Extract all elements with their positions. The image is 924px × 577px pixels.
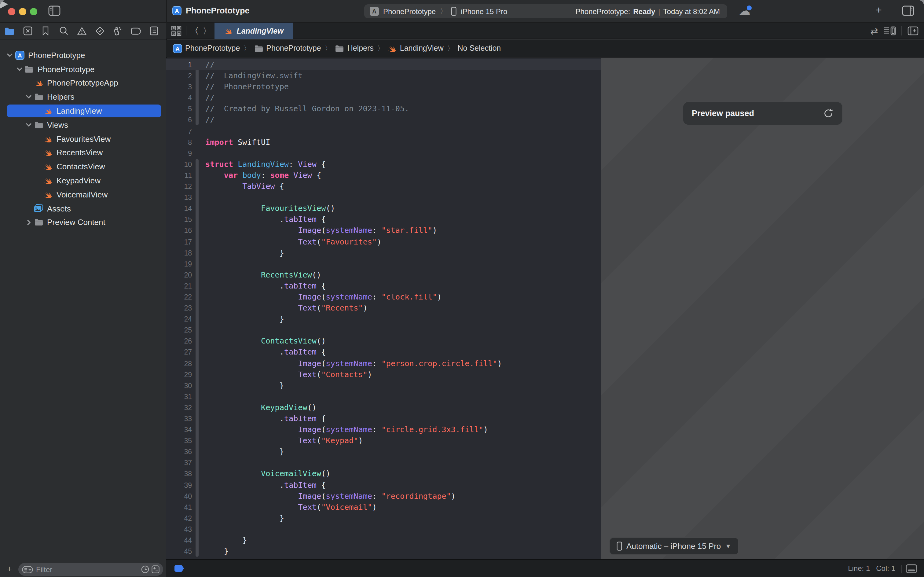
code-line-7[interactable]: 7 [166, 126, 601, 137]
go-back-icon[interactable]: 〈 [191, 25, 199, 36]
tab-landingview[interactable]: LandingView [214, 23, 293, 39]
code-line-36[interactable]: 36 } [166, 446, 601, 458]
add-button[interactable]: + [876, 4, 882, 16]
breadcrumb-no-selection[interactable]: No Selection [458, 44, 501, 53]
sidebar-item-phoneprototype[interactable]: PhonePrototype [0, 62, 166, 76]
go-forward-icon[interactable]: 〉 [203, 25, 211, 36]
code-line-4[interactable]: 4// [166, 93, 601, 103]
source-editor[interactable]: 1//2// LandingView.swift3// PhonePrototy… [166, 58, 601, 559]
disclosure-right-icon[interactable] [25, 219, 32, 226]
code-line-39[interactable]: 39 .tabItem { [166, 480, 601, 490]
disclosure-down-icon[interactable] [25, 123, 32, 127]
close-window-button[interactable] [8, 8, 15, 15]
code-line-19[interactable]: 19 [166, 258, 601, 269]
breadcrumb-phoneprototype[interactable]: PhonePrototype [254, 44, 321, 53]
code-line-37[interactable]: 37 [166, 458, 601, 469]
filter-options-icon[interactable] [22, 566, 33, 573]
code-line-21[interactable]: 21 .tabItem { [166, 280, 601, 292]
folder-icon[interactable] [4, 25, 16, 37]
add-editor-icon[interactable] [908, 26, 919, 35]
code-line-25[interactable]: 25 [166, 325, 601, 336]
source-control-filter-icon[interactable] [151, 566, 159, 573]
code-line-40[interactable]: 40 Image(systemName: "recordingtape") [166, 490, 601, 501]
code-line-22[interactable]: 22 Image(systemName: "clock.fill") [166, 292, 601, 303]
code-line-18[interactable]: 18 } [166, 247, 601, 258]
doc-list-icon[interactable] [148, 25, 160, 37]
code-line-13[interactable]: 13 [166, 192, 601, 203]
code-line-27[interactable]: 27 .tabItem { [166, 347, 601, 358]
swap-editor-icon[interactable]: ⇄ [871, 25, 878, 36]
refresh-preview-icon[interactable] [823, 108, 834, 119]
search-icon[interactable] [58, 25, 70, 37]
code-line-41[interactable]: 41 Text("Voicemail") [166, 502, 601, 513]
code-line-44[interactable]: 44 } [166, 535, 601, 546]
code-line-31[interactable]: 31 [166, 391, 601, 402]
scheme-device-label[interactable]: iPhone 15 Pro [461, 7, 507, 16]
code-line-23[interactable]: 23 Text("Recents") [166, 303, 601, 314]
run-button[interactable] [0, 0, 8, 8]
inspector-toggle-icon[interactable] [902, 5, 914, 16]
tag-icon[interactable] [130, 25, 142, 37]
sidebar-item-assets[interactable]: Assets [0, 202, 166, 216]
code-line-43[interactable]: 43 [166, 524, 601, 535]
code-line-15[interactable]: 15 .tabItem { [166, 214, 601, 225]
code-line-1[interactable]: 1// [166, 59, 601, 70]
code-line-5[interactable]: 5// Created by Russell Gordon on 2023-11… [166, 103, 601, 114]
add-file-button[interactable]: + [7, 564, 12, 574]
x-square-icon[interactable] [22, 25, 34, 37]
warning-icon[interactable] [76, 25, 88, 37]
sidebar-item-landingview[interactable]: LandingView [0, 104, 166, 118]
code-line-28[interactable]: 28 Image(systemName: "person.crop.circle… [166, 358, 601, 369]
related-items-icon[interactable] [171, 26, 182, 36]
sidebar-item-keypadview[interactable]: KeypadView [0, 174, 166, 188]
sidebar-item-views[interactable]: Views [0, 118, 166, 132]
spray-icon[interactable] [112, 25, 124, 37]
editor-options-icon[interactable] [884, 26, 896, 35]
activity-status[interactable]: PhonePrototype: Ready | Today at 8:02 AM [575, 7, 727, 16]
code-line-10[interactable]: 10struct LandingView: View { [166, 159, 601, 170]
sidebar-item-helpers[interactable]: Helpers [0, 90, 166, 104]
code-line-24[interactable]: 24 } [166, 314, 601, 324]
code-line-12[interactable]: 12 TabView { [166, 181, 601, 192]
disclosure-down-icon[interactable] [25, 95, 32, 99]
sidebar-item-contactsview[interactable]: ContactsView [0, 160, 166, 174]
sidebar-item-recentsview[interactable]: RecentsView [0, 146, 166, 160]
zoom-window-button[interactable] [30, 8, 37, 15]
code-line-29[interactable]: 29 Text("Contacts") [166, 369, 601, 380]
disclosure-down-icon[interactable] [16, 67, 23, 71]
code-line-17[interactable]: 17 Text("Favourites") [166, 236, 601, 247]
cursor-position[interactable]: Line: 1 Col: 1 [848, 564, 895, 573]
breadcrumb-phoneprototype[interactable]: APhonePrototype [173, 44, 240, 53]
code-line-42[interactable]: 42 } [166, 513, 601, 524]
code-line-16[interactable]: 16 Image(systemName: "star.fill") [166, 225, 601, 236]
sidebar-toggle-icon[interactable] [48, 5, 61, 16]
recent-files-icon[interactable] [141, 566, 149, 573]
code-line-20[interactable]: 20 RecentsView() [166, 269, 601, 280]
sidebar-item-preview-content[interactable]: Preview Content [0, 216, 166, 229]
code-line-2[interactable]: 2// LandingView.swift [166, 70, 601, 81]
sidebar-item-favouritesview[interactable]: FavouritesView [0, 132, 166, 146]
sidebar-item-phoneprototype[interactable]: APhonePrototype [0, 48, 166, 62]
code-line-30[interactable]: 30 } [166, 380, 601, 391]
bookmark-icon[interactable] [40, 25, 52, 37]
code-line-9[interactable]: 9 [166, 148, 601, 159]
code-line-38[interactable]: 38 VoicemailView() [166, 469, 601, 480]
code-line-6[interactable]: 6// [166, 114, 601, 126]
code-line-26[interactable]: 26 ContactsView() [166, 336, 601, 347]
breadcrumb-helpers[interactable]: Helpers [335, 44, 374, 53]
code-line-8[interactable]: 8import SwiftUI [166, 137, 601, 148]
code-line-33[interactable]: 33 .tabItem { [166, 413, 601, 424]
check-diamond-icon[interactable] [94, 25, 106, 37]
scheme-selector[interactable]: A PhonePrototype 〉 iPhone 15 Pro [364, 7, 507, 16]
code-line-11[interactable]: 11 var body: some View { [166, 170, 601, 181]
disclosure-down-icon[interactable] [6, 53, 13, 58]
code-line-46[interactable]: 46} [166, 557, 601, 559]
code-line-34[interactable]: 34 Image(systemName: "circle.grid.3x3.fi… [166, 424, 601, 435]
minimize-window-button[interactable] [19, 8, 26, 15]
code-line-14[interactable]: 14 FavouritesView() [166, 203, 601, 214]
sidebar-item-voicemailview[interactable]: VoicemailView [0, 188, 166, 202]
breakpoint-icon[interactable] [174, 565, 185, 573]
preview-device-selector[interactable]: Automatic – iPhone 15 Pro ▼ [609, 537, 739, 555]
sidebar-item-phoneprototypeapp[interactable]: PhonePrototypeApp [0, 76, 166, 90]
code-line-32[interactable]: 32 KeypadView() [166, 402, 601, 413]
